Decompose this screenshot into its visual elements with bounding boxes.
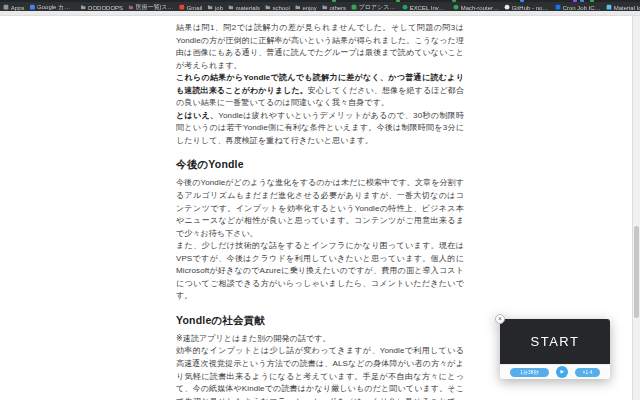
- bookmark-item[interactable]: Gmail: [179, 4, 202, 11]
- page-icon: [402, 5, 407, 10]
- apps-icon: [4, 5, 9, 10]
- widget-close-button[interactable]: ×: [495, 314, 505, 324]
- bookmark-label: 医療一覧|スタート…: [136, 3, 174, 11]
- calendar-icon: [30, 5, 35, 10]
- bookmark-label: Cron Job ICFR…: [563, 4, 601, 11]
- page-icon: [351, 5, 356, 10]
- bookmark-item[interactable]: enjoy: [295, 4, 317, 11]
- body-text: 効率的なインプットとは少し話が変わってきますが、Yondleで利用している高速逐…: [176, 346, 464, 400]
- bookmark-item[interactable]: EXCEL Invoice C…: [402, 4, 448, 11]
- play-icon: ▶: [560, 370, 564, 375]
- start-label: START: [531, 334, 580, 349]
- browser-top-bar: AppsGoogle カレンダーDODODOPS医療一覧|スタート…Gmailj…: [0, 0, 640, 11]
- bookmark-label: Apps: [11, 4, 25, 11]
- body-text: ※速読アプリとはまた別の開発の話です。: [176, 334, 331, 343]
- bookmark-label: Gmail: [187, 4, 203, 11]
- github-icon: [504, 5, 509, 10]
- bookmark-item[interactable]: others: [322, 4, 346, 11]
- bookmark-item[interactable]: materials: [228, 4, 260, 11]
- tab-favicon-peek: [590, 0, 594, 2]
- reader-widget: × START 1分38秒 ▶ ×1.4: [500, 319, 610, 379]
- page-icon: [555, 5, 560, 10]
- article-paragraph: 今後のYondleがどのような進化をするのかは未だに模索中です。文章を分割するア…: [176, 177, 464, 240]
- bookmark-item[interactable]: Material Icons - M…: [606, 4, 640, 11]
- bookmark-item[interactable]: Apps: [4, 4, 25, 11]
- folder-icon: [295, 5, 300, 10]
- article-paragraph: ※速読アプリとはまた別の開発の話です。: [176, 333, 464, 346]
- reader-controls: 1分38秒 ▶ ×1.4: [500, 364, 610, 379]
- article-paragraph: 結果は問1、問2では読解力の差が見られませんでした。そして問題の問3はYondl…: [176, 22, 464, 72]
- bookmark-item[interactable]: プロアシスタント…: [351, 3, 397, 11]
- tab-favicon-peek: [452, 0, 456, 2]
- folder-icon: [208, 5, 213, 10]
- time-button[interactable]: 1分38秒: [510, 368, 549, 377]
- bookmark-item[interactable]: job: [208, 4, 223, 11]
- bookmark-item[interactable]: school: [265, 4, 290, 11]
- window-top-edge: [0, 0, 640, 2]
- body-text: また、少しだけ技術的な話をするとインフラにかなり困っています。現在はVPSですが…: [176, 241, 464, 300]
- bookmark-label: Material Icons - M…: [614, 4, 640, 11]
- folder-icon: [265, 5, 270, 10]
- bookmark-item[interactable]: Cron Job ICFR…: [555, 4, 601, 11]
- bookmark-item[interactable]: GitHub - nodes-c…: [504, 4, 550, 11]
- bookmark-label: GitHub - nodes-c…: [512, 4, 550, 11]
- bookmark-label: school: [273, 4, 290, 11]
- article-paragraph: とはいえ、Yondleは疲れやすいというデメリットがあるので、30秒の制限時間と…: [176, 110, 464, 148]
- tab-favicon-peek: [573, 0, 577, 2]
- page-scrollbar[interactable]: [632, 16, 640, 400]
- gmail-icon: [179, 5, 184, 10]
- folder-icon: [228, 5, 233, 10]
- tab-favicon-peek: [520, 0, 524, 2]
- body-text: Yondleは疲れやすいというデメリットがあるので、30秒の制限時間というのは若…: [176, 111, 464, 145]
- body-text: 結果は問1、問2では読解力の差が見られませんでした。そして問題の問3はYondl…: [176, 23, 464, 70]
- emphasis-text: とはいえ、: [176, 111, 218, 120]
- page-icon: [606, 5, 611, 10]
- bookmark-item[interactable]: DODODOPS: [81, 4, 123, 11]
- article-body: 結果は問1、問2では読解力の差が見られませんでした。そして問題の問3はYondl…: [176, 22, 464, 400]
- bookmark-item[interactable]: 医療一覧|スタート…: [128, 3, 174, 11]
- tab-favicon-peek: [580, 0, 584, 2]
- bookmark-label: DODODOPS: [88, 4, 123, 11]
- toolbar-strip: [0, 11, 640, 16]
- speed-button[interactable]: ×1.4: [575, 368, 600, 377]
- bookmark-label: enjoy: [302, 4, 316, 11]
- bookmark-label: EXCEL Invoice C…: [410, 4, 448, 11]
- folder-icon: [81, 5, 86, 10]
- scrollbar-thumb[interactable]: [634, 226, 639, 318]
- section-heading: 今後のYondle: [176, 158, 464, 172]
- bookmark-item[interactable]: Mach-router@M…: [453, 4, 499, 11]
- article-paragraph: 効率的なインプットとは少し話が変わってきますが、Yondleで利用している高速逐…: [176, 345, 464, 400]
- bookmark-label: job: [215, 4, 223, 11]
- bookmark-label: others: [329, 4, 346, 11]
- speed-label: ×1.4: [582, 369, 592, 374]
- bookmark-label: Google カレンダー: [37, 3, 75, 11]
- article-paragraph: これらの結果からYondleで読んでも読解力に差がなく、かつ普通に読むよりも速読…: [176, 72, 464, 110]
- bookmark-label: プロアシスタント…: [359, 3, 397, 11]
- bookmark-label: materials: [236, 4, 260, 11]
- folder-icon: [322, 5, 327, 10]
- reader-screen: START: [500, 319, 610, 364]
- section-heading: Yondleの社会貢献: [176, 314, 464, 328]
- bookmarks-bar-items: AppsGoogle カレンダーDODODOPS医療一覧|スタート…Gmailj…: [0, 3, 640, 11]
- body-text: 今後のYondleがどのような進化をするのかは未だに模索中です。文章を分割するア…: [176, 178, 464, 237]
- time-label: 1分38秒: [520, 369, 539, 376]
- folder-icon: [128, 5, 133, 10]
- page-icon: [453, 5, 458, 10]
- bookmark-item[interactable]: Google カレンダー: [30, 3, 76, 11]
- article-paragraph: また、少しだけ技術的な話をするとインフラにかなり困っています。現在はVPSですが…: [176, 240, 464, 303]
- tab-favicon-peek: [332, 0, 336, 2]
- bookmark-label: Mach-router@M…: [461, 4, 499, 11]
- tab-favicon-peek: [396, 0, 400, 2]
- play-button[interactable]: ▶: [556, 366, 568, 378]
